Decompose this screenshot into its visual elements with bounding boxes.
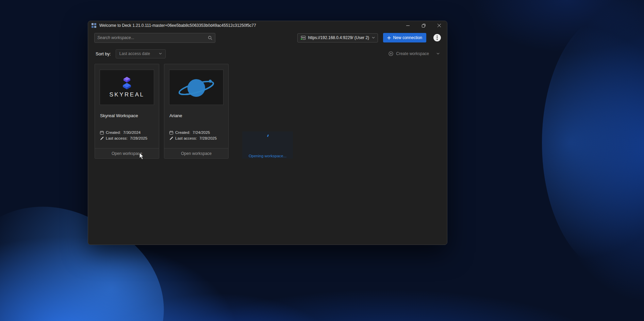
- kebab-menu-icon: [436, 35, 438, 40]
- server-status-icon: [300, 36, 306, 40]
- new-connection-label: New connection: [393, 35, 422, 40]
- workspace-meta: Created: 7/30/2024 Last access: 7/28/202…: [100, 130, 154, 141]
- sort-order-value: Last access date: [119, 51, 150, 56]
- opening-workspace-card: Opening workspace...: [242, 131, 293, 159]
- workspace-thumbnail: SKYREAL: [100, 70, 154, 105]
- calendar-icon: [169, 131, 173, 135]
- app-window: Welcome to Deck 1.21.0.111-master+06ee5b…: [88, 21, 447, 245]
- created-date: 7/30/2024: [123, 130, 141, 135]
- workspace-thumbnail: [169, 70, 224, 105]
- workspace-title: Ariane: [169, 113, 223, 118]
- workspace-title: Skyreal Workspace: [100, 113, 154, 118]
- titlebar[interactable]: Welcome to Deck 1.21.0.111-master+06ee5b…: [88, 21, 447, 30]
- last-access-label: Last access:: [106, 136, 128, 141]
- create-workspace-label: Create workspace: [396, 51, 429, 56]
- connection-selector[interactable]: https://192.168.0.4:9229/ (User 2): [297, 33, 378, 42]
- last-access-date: 7/28/2025: [130, 136, 147, 141]
- close-button[interactable]: [431, 21, 447, 30]
- window-title: Welcome to Deck 1.21.0.111-master+06ee5b…: [99, 23, 256, 28]
- more-options-button[interactable]: [433, 34, 441, 41]
- toolbar: https://192.168.0.4:9229/ (User 2) New c…: [88, 30, 447, 46]
- create-workspace-button[interactable]: Create workspace: [389, 51, 440, 56]
- opening-workspace-label: Opening workspace...: [249, 154, 286, 158]
- minimize-button[interactable]: [400, 21, 416, 30]
- calendar-icon: [100, 131, 104, 135]
- maximize-restore-button[interactable]: [416, 21, 431, 30]
- window-controls: [400, 21, 447, 30]
- connection-value: https://192.168.0.4:9229/ (User 2): [308, 35, 369, 40]
- ariane-planet-logo-icon: [176, 75, 216, 100]
- open-workspace-button[interactable]: Open workspace: [95, 148, 159, 158]
- workspace-meta: Created: 7/24/2025 Last access: 7/28/202…: [169, 130, 223, 141]
- created-row: Created: 7/24/2025: [169, 130, 223, 135]
- chevron-down-icon: [372, 37, 375, 39]
- plus-circle-icon: [389, 51, 393, 56]
- app-icon: [92, 23, 96, 28]
- chevron-down-icon[interactable]: [436, 53, 440, 55]
- plus-icon: [387, 36, 391, 40]
- sort-by-label: Sort by:: [96, 51, 111, 56]
- workspace-card-skyreal[interactable]: SKYREAL Skyreal Workspace Created: 7/30/…: [95, 64, 159, 159]
- last-access-row: Last access: 7/28/2025: [100, 136, 154, 141]
- search-icon[interactable]: [208, 36, 212, 40]
- wallpaper-swirl: [542, 14, 644, 272]
- new-connection-button[interactable]: New connection: [383, 33, 426, 42]
- skyreal-logo-text: SKYREAL: [110, 91, 145, 98]
- created-date: 7/24/2025: [193, 130, 210, 135]
- created-label: Created:: [106, 130, 121, 135]
- search-input[interactable]: [97, 35, 208, 40]
- sort-order-dropdown[interactable]: Last access date: [116, 49, 166, 58]
- search-box[interactable]: [94, 33, 215, 43]
- created-row: Created: 7/30/2024: [100, 130, 154, 135]
- last-access-label: Last access:: [175, 136, 197, 141]
- chevron-down-icon: [159, 53, 162, 55]
- pencil-icon: [169, 137, 173, 140]
- workspace-card-ariane[interactable]: Ariane Created: 7/24/2025: [164, 64, 229, 159]
- last-access-row: Last access: 7/28/2025: [169, 136, 223, 141]
- created-label: Created:: [175, 130, 190, 135]
- pencil-icon: [100, 137, 104, 140]
- loading-spinner-fragment: [267, 135, 269, 137]
- sort-bar: Sort by: Last access date Create workspa…: [88, 46, 447, 62]
- skyreal-logo-icon: [120, 77, 134, 90]
- last-access-date: 7/28/2025: [199, 136, 217, 141]
- open-workspace-button[interactable]: Open workspace: [164, 148, 228, 158]
